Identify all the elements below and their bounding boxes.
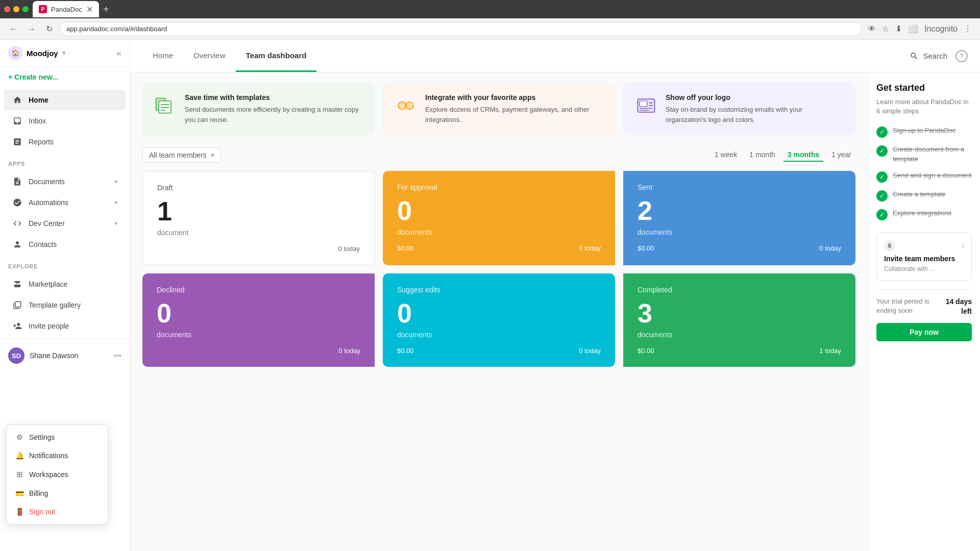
context-item-signout[interactable]: 🚪 Sign out xyxy=(7,503,108,521)
forward-btn[interactable]: → xyxy=(24,22,39,36)
sidebar-item-marketplace[interactable]: Marketplace xyxy=(4,274,126,294)
main: Home Overview Team dashboard Search ? xyxy=(130,40,980,551)
stat-suggest-edits-amount: $0.00 xyxy=(397,347,414,355)
step-signup-check: ✓ xyxy=(876,127,888,138)
stat-sent-footer: $0.00 0 today xyxy=(638,244,841,252)
apps-section-label: APPS xyxy=(0,155,130,169)
sidebar-item-documents[interactable]: Documents ▾ xyxy=(4,171,126,192)
sidebar-item-invite-people[interactable]: Invite people xyxy=(4,316,126,336)
back-btn[interactable]: ← xyxy=(6,22,20,36)
stat-card-declined[interactable]: Declined 0 documents 0 today xyxy=(142,273,375,367)
window-btn[interactable]: ⬜ xyxy=(906,22,920,36)
context-item-signout-label: Sign out xyxy=(29,508,55,516)
browser-controls xyxy=(4,6,29,12)
sidebar-item-inbox[interactable]: Inbox xyxy=(4,111,126,131)
sidebar-nav: Home Inbox Reports xyxy=(0,87,130,155)
context-item-notifications-label: Notifications xyxy=(29,452,68,460)
bookmark-btn[interactable]: ☆ xyxy=(880,22,891,36)
context-item-billing[interactable]: 💳 Billing xyxy=(7,484,108,503)
sidebar-item-inbox-label: Inbox xyxy=(29,117,117,125)
time-filter-1week[interactable]: 1 week xyxy=(710,148,741,162)
templates-card-desc: Send documents more efficiently by creat… xyxy=(185,105,364,124)
brand-icon: 🏠 xyxy=(8,46,22,60)
refresh-btn[interactable]: ↻ xyxy=(43,22,56,36)
help-btn[interactable]: ? xyxy=(955,50,968,62)
tab-overview-label: Overview xyxy=(193,51,226,60)
reports-icon xyxy=(12,137,22,147)
browser-max-btn[interactable] xyxy=(22,6,29,12)
tab-home[interactable]: Home xyxy=(142,40,183,72)
stat-for-approval-today: 0 today xyxy=(579,244,601,252)
sidebar-item-automations[interactable]: Automations ▾ xyxy=(4,192,126,213)
stat-completed-footer: $0.00 1 today xyxy=(638,347,841,355)
new-tab-btn[interactable]: + xyxy=(103,4,109,15)
tab-overview[interactable]: Overview xyxy=(183,40,236,72)
step-send-sign: ✓ Send and sign a document xyxy=(876,171,972,183)
feature-card-integrate: Integrate with your favorite apps Explor… xyxy=(383,83,615,135)
sidebar-item-template-gallery[interactable]: Template gallery xyxy=(4,295,126,315)
sidebar: 🏠 Moodjoy ▾ « + Create new... Home Inbox xyxy=(0,40,130,551)
step-create-doc-check: ✓ xyxy=(876,145,888,157)
address-bar[interactable]: app.pandadoc.com/a/#/dashboard xyxy=(60,22,862,36)
dev-center-chevron-icon: ▾ xyxy=(114,220,117,227)
pay-now-btn[interactable]: Pay now xyxy=(876,323,972,341)
time-filter-3months[interactable]: 3 months xyxy=(783,148,823,162)
context-item-settings[interactable]: ⚙ Settings xyxy=(7,428,108,446)
browser-min-btn[interactable] xyxy=(13,6,19,12)
templates-card-icon xyxy=(153,93,178,118)
stat-card-for-approval[interactable]: For approval 0 documents $0.00 0 today xyxy=(383,171,615,265)
stat-suggest-edits-footer: $0.00 0 today xyxy=(397,347,601,355)
stat-sent-number: 2 xyxy=(638,197,841,224)
sidebar-item-marketplace-label: Marketplace xyxy=(29,280,117,288)
templates-card-text: Save time with templates Send documents … xyxy=(185,93,364,124)
inbox-icon xyxy=(12,116,22,126)
invite-step-number: 6 xyxy=(884,240,895,252)
step-create-template: ✓ Create a template xyxy=(876,190,972,202)
brand[interactable]: 🏠 Moodjoy ▾ xyxy=(8,46,65,60)
time-filter-1year[interactable]: 1 year xyxy=(827,148,855,162)
sidebar-item-reports[interactable]: Reports xyxy=(4,132,126,152)
download-btn[interactable]: ⬇ xyxy=(893,22,904,36)
sidebar-item-contacts-label: Contacts xyxy=(29,240,117,248)
more-btn[interactable]: ⋮ xyxy=(962,22,974,36)
stat-completed-amount: $0.00 xyxy=(638,347,654,355)
automations-chevron-icon: ▾ xyxy=(114,199,117,206)
contacts-icon xyxy=(12,239,22,249)
context-item-notifications[interactable]: 🔔 Notifications xyxy=(7,446,108,465)
tab-team-dashboard[interactable]: Team dashboard xyxy=(236,40,317,72)
time-filter-1month[interactable]: 1 month xyxy=(745,148,779,162)
feature-cards: Save time with templates Send documents … xyxy=(142,83,855,135)
search-btn[interactable]: Search xyxy=(910,52,947,61)
sidebar-item-dev-center[interactable]: Dev Center ▾ xyxy=(4,213,126,234)
context-menu: ⚙ Settings 🔔 Notifications ⊞ Workspaces … xyxy=(6,424,108,524)
user-row[interactable]: SD Shane Dawson ••• xyxy=(8,343,121,368)
step-signup-label: Sign-up to PandaDoc xyxy=(893,126,972,135)
sidebar-item-home[interactable]: Home xyxy=(4,90,126,110)
sidebar-item-automations-label: Automations xyxy=(29,198,108,207)
browser-tab[interactable]: P PandaDoc ✕ xyxy=(33,1,99,17)
stat-card-completed[interactable]: Completed 3 documents $0.00 1 today xyxy=(623,273,855,367)
stat-card-draft[interactable]: Draft 1 document 0 today xyxy=(142,171,375,265)
team-filter[interactable]: All team members ▾ xyxy=(142,147,221,163)
stat-card-suggest-edits[interactable]: Suggest edits 0 documents $0.00 0 today xyxy=(383,273,615,367)
sidebar-footer: SD Shane Dawson ••• xyxy=(0,339,130,372)
extension-btn[interactable]: 👁 xyxy=(866,22,878,36)
stat-card-sent[interactable]: Sent 2 documents $0.00 0 today xyxy=(623,171,855,265)
browser-close-btn[interactable] xyxy=(4,6,10,12)
billing-icon: 💳 xyxy=(15,489,24,497)
invite-section[interactable]: 6 › Invite team members Collaborate with… xyxy=(876,233,972,281)
stat-sent-label: Sent xyxy=(638,183,841,191)
step-explore-integrations: ✓ Explore integrations xyxy=(876,209,972,220)
dev-center-icon xyxy=(12,218,22,229)
sidebar-collapse-btn[interactable]: « xyxy=(116,48,121,59)
user-more-btn[interactable]: ••• xyxy=(114,352,121,360)
sidebar-item-contacts[interactable]: Contacts xyxy=(4,234,126,255)
context-item-workspaces[interactable]: ⊞ Workspaces xyxy=(7,465,108,484)
sidebar-item-reports-label: Reports xyxy=(29,138,117,146)
tab-close-icon[interactable]: ✕ xyxy=(86,5,93,14)
stats-row2: Declined 0 documents 0 today Suggest edi… xyxy=(142,273,855,367)
create-new-btn[interactable]: + Create new... xyxy=(0,67,130,87)
get-started-subtitle: Learn more about PandaDoc in 6 simple st… xyxy=(876,97,972,116)
context-item-workspaces-label: Workspaces xyxy=(29,470,68,479)
main-header: Home Overview Team dashboard Search ? xyxy=(130,40,980,72)
